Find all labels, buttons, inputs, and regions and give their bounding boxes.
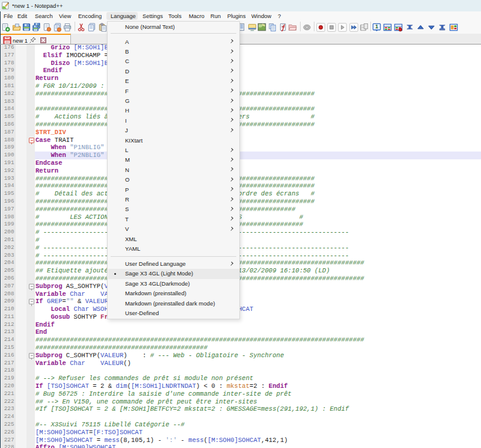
svg-text:1: 1 <box>375 23 378 29</box>
